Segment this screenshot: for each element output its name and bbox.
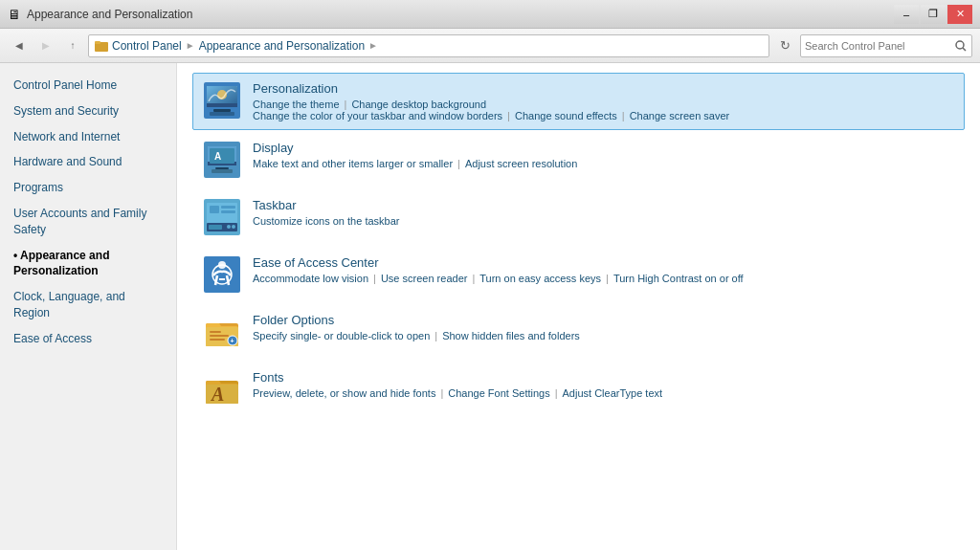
link-low-vision[interactable]: Accommodate low vision — [253, 273, 368, 284]
display-icon: A — [203, 141, 241, 179]
svg-point-2 — [956, 41, 964, 49]
svg-text:A: A — [210, 384, 224, 405]
ease-of-access-links: Accommodate low vision | Use screen read… — [253, 273, 954, 284]
display-links: Make text and other items larger or smal… — [253, 158, 954, 169]
link-cleartype[interactable]: Adjust ClearType text — [563, 387, 663, 399]
link-customize-icons[interactable]: Customize icons on the taskbar — [253, 215, 399, 227]
link-change-color[interactable]: Change the color of your taskbar and win… — [253, 110, 502, 121]
link-access-keys[interactable]: Turn on easy access keys — [479, 273, 601, 284]
search-icon — [955, 40, 967, 52]
svg-rect-16 — [212, 169, 233, 173]
folder-options-icon: + — [203, 313, 241, 351]
personalization-links: Change the theme | Change desktop backgr… — [253, 99, 954, 110]
svg-rect-8 — [213, 109, 231, 112]
taskbar-links: Customize icons on the taskbar — [253, 215, 954, 227]
ease-of-access-title[interactable]: Ease of Access Center — [253, 255, 954, 270]
svg-rect-9 — [210, 112, 234, 116]
sidebar-item-network-internet[interactable]: Network and Internet — [0, 124, 176, 150]
svg-rect-26 — [221, 206, 235, 209]
ease-of-access-content: Ease of Access Center Accommodate low vi… — [253, 255, 954, 284]
forward-button[interactable]: ▶ — [34, 34, 57, 57]
folder-icon — [95, 39, 108, 53]
svg-rect-7 — [207, 103, 237, 107]
fonts-title[interactable]: Fonts — [253, 370, 954, 385]
sidebar-item-appearance[interactable]: Appearance and Personalization — [0, 243, 176, 285]
link-screen-resolution[interactable]: Adjust screen resolution — [465, 158, 577, 169]
category-personalization[interactable]: Personalization Change the theme | Chang… — [192, 73, 965, 130]
app-icon: 🖥 — [8, 7, 21, 22]
folder-options-title[interactable]: Folder Options — [253, 313, 954, 327]
fonts-icon: A — [203, 370, 241, 408]
minimize-button[interactable]: – — [894, 5, 919, 24]
svg-rect-33 — [210, 331, 221, 333]
folder-options-content: Folder Options Specify single- or double… — [253, 313, 954, 341]
svg-text:+: + — [231, 338, 234, 344]
fonts-content: Fonts Preview, delete, or show and hide … — [253, 370, 954, 399]
svg-rect-22 — [209, 225, 222, 230]
personalization-icon — [203, 81, 241, 120]
search-bar — [800, 34, 972, 57]
category-folder-options[interactable]: + Folder Options Specify single- or doub… — [192, 304, 965, 360]
personalization-content: Personalization Change the theme | Chang… — [253, 81, 954, 121]
personalization-title[interactable]: Personalization — [253, 81, 954, 96]
window-title: Appearance and Personalization — [27, 8, 192, 21]
ease-of-access-icon — [203, 255, 241, 294]
link-change-desktop-bg[interactable]: Change desktop background — [351, 99, 486, 110]
svg-line-3 — [963, 48, 966, 51]
breadcrumb-appearance[interactable]: Appearance and Personalization — [199, 39, 365, 53]
restore-button[interactable]: ❐ — [921, 5, 946, 24]
window-controls: – ❐ ✕ — [894, 5, 972, 24]
svg-text:A: A — [214, 151, 221, 162]
link-preview-fonts[interactable]: Preview, delete, or show and hide fonts — [253, 387, 435, 399]
category-display[interactable]: A Display Make text and other items larg… — [192, 132, 965, 187]
svg-rect-15 — [215, 167, 229, 169]
content-area: Personalization Change the theme | Chang… — [177, 63, 980, 550]
svg-point-24 — [232, 225, 235, 229]
main-container: Control Panel Home System and Security N… — [0, 63, 980, 550]
search-button[interactable] — [950, 35, 971, 56]
title-bar: 🖥 Appearance and Personalization – ❐ ✕ — [0, 0, 980, 29]
link-change-sound[interactable]: Change sound effects — [515, 110, 617, 121]
link-hidden-files[interactable]: Show hidden files and folders — [442, 330, 580, 341]
svg-rect-35 — [210, 339, 225, 341]
svg-point-23 — [227, 225, 231, 229]
link-font-settings[interactable]: Change Font Settings — [448, 387, 549, 399]
up-button[interactable]: ↑ — [61, 34, 84, 57]
svg-rect-1 — [95, 41, 100, 44]
navigation-bar: ◀ ▶ ↑ Control Panel ► Appearance and Per… — [0, 29, 980, 63]
svg-rect-25 — [210, 206, 219, 213]
sidebar-item-user-accounts[interactable]: User Accounts and Family Safety — [0, 201, 176, 243]
back-button[interactable]: ◀ — [8, 34, 31, 57]
sidebar-item-programs[interactable]: Programs — [0, 175, 176, 201]
search-input[interactable] — [801, 40, 950, 52]
svg-rect-17 — [210, 148, 234, 164]
display-title[interactable]: Display — [253, 141, 954, 155]
svg-rect-27 — [221, 210, 235, 213]
breadcrumb-bar: Control Panel ► Appearance and Personali… — [88, 34, 769, 57]
link-click-to-open[interactable]: Specify single- or double-click to open — [253, 330, 430, 341]
link-change-theme[interactable]: Change the theme — [253, 99, 340, 110]
taskbar-title[interactable]: Taskbar — [253, 198, 954, 212]
fonts-links: Preview, delete, or show and hide fonts … — [253, 387, 954, 399]
sidebar-item-system-security[interactable]: System and Security — [0, 99, 176, 124]
svg-rect-34 — [210, 335, 229, 337]
link-screen-reader[interactable]: Use screen reader — [381, 273, 468, 284]
category-ease-of-access[interactable]: Ease of Access Center Accommodate low vi… — [192, 247, 965, 302]
link-text-size[interactable]: Make text and other items larger or smal… — [253, 158, 453, 169]
taskbar-icon — [203, 198, 241, 236]
sidebar-item-hardware-sound[interactable]: Hardware and Sound — [0, 149, 176, 175]
category-taskbar[interactable]: Taskbar Customize icons on the taskbar — [192, 189, 965, 245]
sidebar: Control Panel Home System and Security N… — [0, 63, 177, 550]
display-content: Display Make text and other items larger… — [253, 141, 954, 169]
category-fonts[interactable]: A Fonts Preview, delete, or show and hid… — [192, 362, 965, 417]
link-change-screensaver[interactable]: Change screen saver — [630, 110, 730, 121]
refresh-button[interactable]: ↻ — [773, 34, 796, 57]
sidebar-item-clock-language[interactable]: Clock, Language, and Region — [0, 284, 176, 326]
close-button[interactable]: ✕ — [947, 5, 972, 24]
breadcrumb-control-panel[interactable]: Control Panel — [112, 39, 182, 53]
taskbar-content: Taskbar Customize icons on the taskbar — [253, 198, 954, 227]
folder-options-links: Specify single- or double-click to open … — [253, 330, 954, 341]
link-high-contrast[interactable]: Turn High Contrast on or off — [613, 273, 744, 284]
sidebar-item-ease-of-access[interactable]: Ease of Access — [0, 326, 176, 352]
sidebar-item-control-panel-home[interactable]: Control Panel Home — [0, 73, 176, 99]
